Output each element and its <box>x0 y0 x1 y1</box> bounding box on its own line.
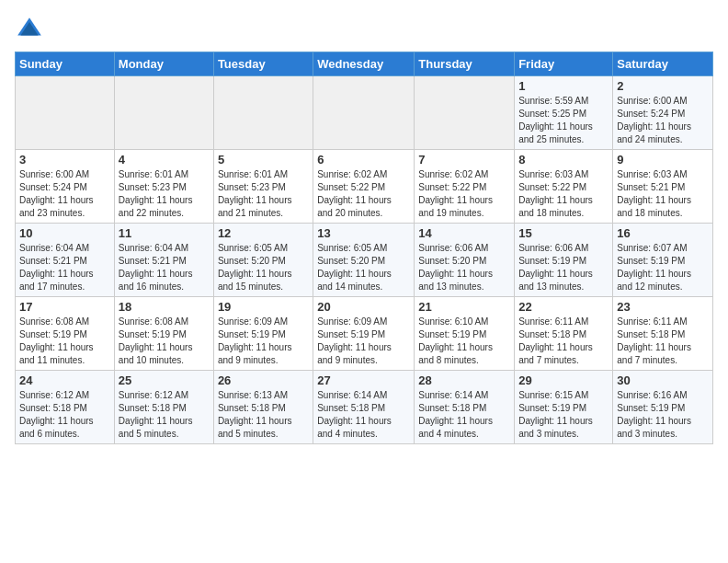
day-number: 17 <box>19 300 110 314</box>
day-number: 25 <box>119 373 210 387</box>
day-info: Sunrise: 6:01 AM Sunset: 5:23 PM Dayligh… <box>119 168 210 220</box>
calendar-cell: 11Sunrise: 6:04 AM Sunset: 5:21 PM Dayli… <box>114 224 213 297</box>
calendar-header-row: SundayMondayTuesdayWednesdayThursdayFrid… <box>16 52 713 76</box>
day-number: 14 <box>418 226 510 240</box>
calendar-cell <box>213 76 313 150</box>
day-number: 19 <box>218 300 309 314</box>
calendar-week-5: 24Sunrise: 6:12 AM Sunset: 5:18 PM Dayli… <box>16 371 713 444</box>
day-info: Sunrise: 6:11 AM Sunset: 5:18 PM Dayligh… <box>617 316 709 367</box>
calendar-cell: 19Sunrise: 6:09 AM Sunset: 5:19 PM Dayli… <box>213 297 313 371</box>
calendar-cell: 21Sunrise: 6:10 AM Sunset: 5:19 PM Dayli… <box>415 297 515 371</box>
day-info: Sunrise: 6:04 AM Sunset: 5:21 PM Dayligh… <box>19 242 110 293</box>
calendar-cell: 23Sunrise: 6:11 AM Sunset: 5:18 PM Dayli… <box>613 297 713 371</box>
day-number: 16 <box>617 226 709 240</box>
page-header <box>15 15 713 44</box>
day-number: 30 <box>617 373 709 387</box>
calendar-cell <box>16 76 115 150</box>
calendar-cell: 15Sunrise: 6:06 AM Sunset: 5:19 PM Dayli… <box>515 224 613 297</box>
day-number: 15 <box>518 226 609 240</box>
day-info: Sunrise: 6:02 AM Sunset: 5:22 PM Dayligh… <box>317 168 410 220</box>
day-info: Sunrise: 6:09 AM Sunset: 5:19 PM Dayligh… <box>317 316 410 367</box>
calendar-cell: 12Sunrise: 6:05 AM Sunset: 5:20 PM Dayli… <box>213 224 313 297</box>
calendar-cell: 30Sunrise: 6:16 AM Sunset: 5:19 PM Dayli… <box>613 371 713 444</box>
header-friday: Friday <box>515 52 613 76</box>
day-number: 5 <box>218 153 309 167</box>
calendar-cell: 18Sunrise: 6:08 AM Sunset: 5:19 PM Dayli… <box>114 297 213 371</box>
day-info: Sunrise: 6:04 AM Sunset: 5:21 PM Dayligh… <box>119 242 210 293</box>
calendar-week-3: 10Sunrise: 6:04 AM Sunset: 5:21 PM Dayli… <box>16 224 713 297</box>
header-thursday: Thursday <box>415 52 515 76</box>
logo-icon <box>15 15 44 44</box>
day-info: Sunrise: 6:06 AM Sunset: 5:20 PM Dayligh… <box>418 242 510 293</box>
day-info: Sunrise: 6:02 AM Sunset: 5:22 PM Dayligh… <box>418 168 510 220</box>
day-info: Sunrise: 6:14 AM Sunset: 5:18 PM Dayligh… <box>317 389 410 441</box>
day-info: Sunrise: 6:03 AM Sunset: 5:21 PM Dayligh… <box>617 168 709 220</box>
calendar-cell: 7Sunrise: 6:02 AM Sunset: 5:22 PM Daylig… <box>415 150 515 224</box>
day-number: 13 <box>317 226 410 240</box>
day-number: 22 <box>518 300 609 314</box>
calendar-cell: 22Sunrise: 6:11 AM Sunset: 5:18 PM Dayli… <box>515 297 613 371</box>
day-info: Sunrise: 6:06 AM Sunset: 5:19 PM Dayligh… <box>518 242 609 293</box>
day-info: Sunrise: 5:59 AM Sunset: 5:25 PM Dayligh… <box>518 95 609 146</box>
day-info: Sunrise: 6:08 AM Sunset: 5:19 PM Dayligh… <box>19 316 110 367</box>
day-number: 3 <box>19 153 110 167</box>
calendar-week-4: 17Sunrise: 6:08 AM Sunset: 5:19 PM Dayli… <box>16 297 713 371</box>
calendar-cell: 6Sunrise: 6:02 AM Sunset: 5:22 PM Daylig… <box>313 150 415 224</box>
day-info: Sunrise: 6:13 AM Sunset: 5:18 PM Dayligh… <box>218 389 309 441</box>
day-number: 23 <box>617 300 709 314</box>
calendar-cell: 4Sunrise: 6:01 AM Sunset: 5:23 PM Daylig… <box>114 150 213 224</box>
day-info: Sunrise: 6:12 AM Sunset: 5:18 PM Dayligh… <box>19 389 110 441</box>
day-number: 28 <box>418 373 510 387</box>
calendar-cell: 2Sunrise: 6:00 AM Sunset: 5:24 PM Daylig… <box>613 76 713 150</box>
calendar-cell: 8Sunrise: 6:03 AM Sunset: 5:22 PM Daylig… <box>515 150 613 224</box>
calendar-cell: 24Sunrise: 6:12 AM Sunset: 5:18 PM Dayli… <box>16 371 115 444</box>
day-info: Sunrise: 6:00 AM Sunset: 5:24 PM Dayligh… <box>617 95 709 146</box>
day-info: Sunrise: 6:11 AM Sunset: 5:18 PM Dayligh… <box>518 316 609 367</box>
day-number: 7 <box>418 153 510 167</box>
day-info: Sunrise: 6:12 AM Sunset: 5:18 PM Dayligh… <box>119 389 210 441</box>
day-info: Sunrise: 6:03 AM Sunset: 5:22 PM Dayligh… <box>518 168 609 220</box>
calendar-cell: 9Sunrise: 6:03 AM Sunset: 5:21 PM Daylig… <box>613 150 713 224</box>
day-number: 4 <box>119 153 210 167</box>
calendar-cell <box>313 76 415 150</box>
calendar-table: SundayMondayTuesdayWednesdayThursdayFrid… <box>15 52 713 444</box>
header-sunday: Sunday <box>16 52 115 76</box>
calendar-week-2: 3Sunrise: 6:00 AM Sunset: 5:24 PM Daylig… <box>16 150 713 224</box>
calendar-cell: 5Sunrise: 6:01 AM Sunset: 5:23 PM Daylig… <box>213 150 313 224</box>
calendar-cell: 28Sunrise: 6:14 AM Sunset: 5:18 PM Dayli… <box>415 371 515 444</box>
day-number: 10 <box>19 226 110 240</box>
day-info: Sunrise: 6:01 AM Sunset: 5:23 PM Dayligh… <box>218 168 309 220</box>
day-number: 29 <box>518 373 609 387</box>
day-number: 9 <box>617 153 709 167</box>
calendar-cell: 13Sunrise: 6:05 AM Sunset: 5:20 PM Dayli… <box>313 224 415 297</box>
day-info: Sunrise: 6:00 AM Sunset: 5:24 PM Dayligh… <box>19 168 110 220</box>
day-info: Sunrise: 6:05 AM Sunset: 5:20 PM Dayligh… <box>317 242 410 293</box>
day-info: Sunrise: 6:07 AM Sunset: 5:19 PM Dayligh… <box>617 242 709 293</box>
calendar-cell: 27Sunrise: 6:14 AM Sunset: 5:18 PM Dayli… <box>313 371 415 444</box>
calendar-cell: 10Sunrise: 6:04 AM Sunset: 5:21 PM Dayli… <box>16 224 115 297</box>
day-number: 20 <box>317 300 410 314</box>
calendar-cell: 25Sunrise: 6:12 AM Sunset: 5:18 PM Dayli… <box>114 371 213 444</box>
day-number: 1 <box>518 79 609 93</box>
calendar-cell: 14Sunrise: 6:06 AM Sunset: 5:20 PM Dayli… <box>415 224 515 297</box>
day-number: 2 <box>617 79 709 93</box>
calendar-cell: 3Sunrise: 6:00 AM Sunset: 5:24 PM Daylig… <box>16 150 115 224</box>
day-info: Sunrise: 6:10 AM Sunset: 5:19 PM Dayligh… <box>418 316 510 367</box>
day-info: Sunrise: 6:15 AM Sunset: 5:19 PM Dayligh… <box>518 389 609 441</box>
day-info: Sunrise: 6:09 AM Sunset: 5:19 PM Dayligh… <box>218 316 309 367</box>
day-number: 6 <box>317 153 410 167</box>
header-saturday: Saturday <box>613 52 713 76</box>
day-info: Sunrise: 6:08 AM Sunset: 5:19 PM Dayligh… <box>119 316 210 367</box>
calendar-cell <box>415 76 515 150</box>
calendar-cell: 29Sunrise: 6:15 AM Sunset: 5:19 PM Dayli… <box>515 371 613 444</box>
day-info: Sunrise: 6:14 AM Sunset: 5:18 PM Dayligh… <box>418 389 510 441</box>
header-monday: Monday <box>114 52 213 76</box>
calendar-cell: 1Sunrise: 5:59 AM Sunset: 5:25 PM Daylig… <box>515 76 613 150</box>
day-number: 27 <box>317 373 410 387</box>
header-wednesday: Wednesday <box>313 52 415 76</box>
header-tuesday: Tuesday <box>213 52 313 76</box>
day-number: 11 <box>119 226 210 240</box>
day-number: 18 <box>119 300 210 314</box>
logo <box>15 15 48 44</box>
calendar-cell: 26Sunrise: 6:13 AM Sunset: 5:18 PM Dayli… <box>213 371 313 444</box>
